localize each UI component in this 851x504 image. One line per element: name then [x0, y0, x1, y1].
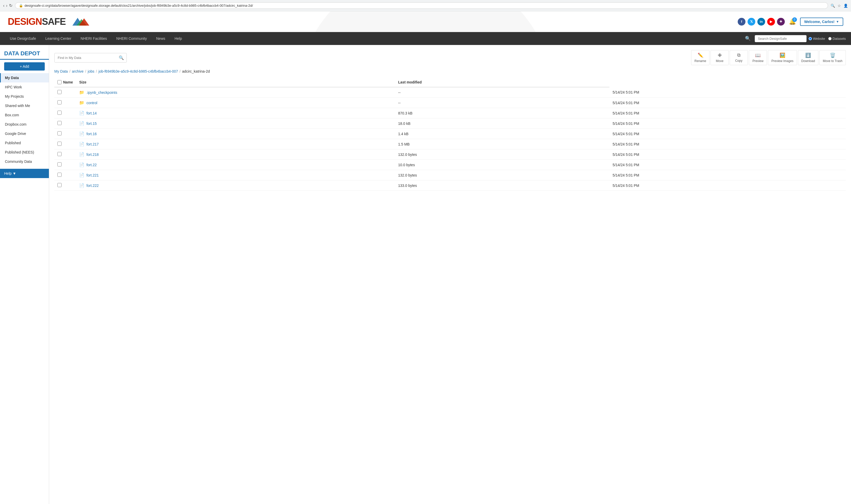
- browser-search-icon[interactable]: 🔍: [831, 4, 835, 8]
- file-name-cell: 📄fort.217: [76, 139, 395, 149]
- sidebar-item-community-data[interactable]: Community Data: [0, 157, 49, 166]
- nav-nheri-facilities[interactable]: NHERI Facilities: [76, 33, 112, 44]
- breadcrumb-jobs[interactable]: jobs: [88, 69, 94, 73]
- sidebar-item-my-data[interactable]: My Data: [0, 73, 49, 83]
- breadcrumb-sep-3: /: [96, 69, 97, 73]
- add-button[interactable]: + Add: [4, 62, 45, 71]
- nav-search: 🔍 Website Datasets: [743, 34, 846, 43]
- table-header-modified: Last modified: [395, 77, 609, 87]
- file-name-link[interactable]: fort.22: [86, 163, 97, 167]
- breadcrumb: My Data / archive / jobs / job-f6949b3e-…: [54, 69, 846, 73]
- site-logo[interactable]: DESIGNSAFE: [8, 16, 66, 27]
- twitter-icon[interactable]: 𝕏: [748, 18, 755, 25]
- sidebar-item-published[interactable]: Published: [0, 138, 49, 148]
- welcome-button[interactable]: Welcome, Carlos! ▼: [800, 18, 843, 26]
- file-name-link[interactable]: .ipynb_checkpoints: [86, 90, 117, 95]
- youtube-icon[interactable]: ▶: [767, 18, 775, 25]
- file-name-link[interactable]: fort.217: [86, 142, 99, 146]
- site-header: DESIGNSAFE f 𝕏 in ▶ ✦ 🔔 0 Welcome, Carlo…: [0, 11, 851, 32]
- find-in-my-data-input[interactable]: [55, 54, 116, 62]
- find-search-btn[interactable]: 🔍: [116, 53, 126, 62]
- breadcrumb-archive[interactable]: archive: [72, 69, 84, 73]
- file-name-link[interactable]: fort.221: [86, 173, 99, 177]
- linkedin-icon[interactable]: in: [757, 18, 765, 25]
- row-checkbox-6[interactable]: [57, 152, 62, 156]
- browser-profile-icon[interactable]: 👤: [844, 4, 848, 8]
- row-checkbox-7[interactable]: [57, 162, 62, 166]
- file-name-link[interactable]: fort.14: [86, 111, 97, 115]
- preview-images-btn[interactable]: 🖼️ Preview Images: [768, 50, 797, 65]
- sidebar-item-dropbox[interactable]: Dropbox.com: [0, 120, 49, 129]
- notification-btn[interactable]: 🔔 0: [789, 18, 796, 25]
- select-all-checkbox[interactable]: [57, 80, 62, 84]
- nav-search-icon[interactable]: 🔍: [743, 34, 753, 43]
- sidebar-help-btn[interactable]: Help ▼: [0, 169, 49, 178]
- nav-search-input[interactable]: [755, 35, 806, 42]
- rename-btn[interactable]: ✏️ Rename: [691, 50, 710, 65]
- row-checkbox-cell: [54, 119, 76, 129]
- social-icons: f 𝕏 in ▶ ✦: [738, 18, 785, 25]
- radio-datasets[interactable]: Datasets: [828, 37, 846, 40]
- file-size-cell: 132.0 bytes: [395, 149, 609, 160]
- file-modified-cell: 5/14/24 5:01 PM: [609, 149, 846, 160]
- row-checkbox-2[interactable]: [57, 111, 62, 115]
- browser-star-icon[interactable]: ☆: [837, 4, 841, 8]
- file-modified-cell: 5/14/24 5:01 PM: [609, 87, 846, 98]
- file-name-link[interactable]: fort.222: [86, 183, 99, 188]
- toolbar: 🔍 ✏️ Rename ✙ Move ⧉ Copy 📖 Previe: [54, 50, 846, 65]
- preview-label: Preview: [752, 59, 764, 63]
- folder-icon: 📁: [79, 90, 84, 95]
- row-checkbox-4[interactable]: [57, 131, 62, 136]
- breadcrumb-current: adcirc_katrina-2d: [182, 69, 210, 73]
- sidebar-item-google-drive[interactable]: Google Drive: [0, 129, 49, 138]
- nav-news[interactable]: News: [152, 33, 170, 44]
- url-bar[interactable]: 🔒 designsafe-ci.org/data/browser/agave/d…: [15, 2, 828, 9]
- file-name-link[interactable]: fort.16: [86, 132, 97, 136]
- row-checkbox-9[interactable]: [57, 183, 62, 187]
- browser-bar: ‹ › ↻ 🔒 designsafe-ci.org/data/browser/a…: [0, 0, 851, 11]
- row-checkbox-3[interactable]: [57, 121, 62, 125]
- sidebar-item-hpc-work[interactable]: HPC Work: [0, 83, 49, 92]
- sidebar-item-my-projects[interactable]: My Projects: [0, 92, 49, 101]
- move-btn[interactable]: ✙ Move: [711, 50, 729, 65]
- table-row: 📄fort.1518.0 kB5/14/24 5:01 PM: [54, 119, 846, 129]
- breadcrumb-job-id[interactable]: job-f6949b3e-a5c9-4c8d-b985-c4bfb4baccb4…: [99, 69, 178, 73]
- row-checkbox-1[interactable]: [57, 100, 62, 104]
- copy-btn[interactable]: ⧉ Copy: [730, 50, 748, 65]
- logo-icon: [70, 15, 90, 28]
- file-name-link[interactable]: fort.15: [86, 122, 97, 126]
- rename-label: Rename: [695, 59, 706, 63]
- breadcrumb-my-data[interactable]: My Data: [54, 69, 68, 73]
- table-row: 📄fort.221132.0 bytes5/14/24 5:01 PM: [54, 170, 846, 180]
- search-radio-group: Website Datasets: [809, 37, 846, 40]
- file-name-cell: 📄fort.222: [76, 180, 395, 191]
- forward-btn[interactable]: ›: [6, 3, 7, 8]
- radio-website[interactable]: Website: [809, 37, 825, 40]
- move-icon: ✙: [718, 52, 722, 58]
- nav-use-designsafe[interactable]: Use DesignSafe: [5, 33, 40, 44]
- sidebar-item-box[interactable]: Box.com: [0, 110, 49, 120]
- row-checkbox-8[interactable]: [57, 173, 62, 177]
- sidebar-item-shared-with-me[interactable]: Shared with Me: [0, 101, 49, 110]
- download-btn[interactable]: ⬇️ Download: [798, 50, 818, 65]
- nav-help[interactable]: Help: [170, 33, 187, 44]
- sidebar-item-published-nees[interactable]: Published (NEES): [0, 148, 49, 157]
- table-row: 📄fort.218132.0 bytes5/14/24 5:01 PM: [54, 149, 846, 160]
- facebook-icon[interactable]: f: [738, 18, 745, 25]
- nav-learning-center[interactable]: Learning Center: [40, 33, 76, 44]
- nav-nheri-community[interactable]: NHERI Community: [111, 33, 151, 44]
- back-btn[interactable]: ‹: [3, 3, 4, 8]
- preview-btn[interactable]: 📖 Preview: [749, 50, 767, 65]
- file-name-link[interactable]: control: [86, 101, 97, 105]
- slack-icon[interactable]: ✦: [777, 18, 785, 25]
- file-name-link[interactable]: fort.218: [86, 152, 99, 157]
- row-checkbox-cell: [54, 139, 76, 149]
- table-header-checkbox: Name: [54, 77, 76, 87]
- move-to-trash-btn[interactable]: 🗑️ Move to Trash: [819, 50, 846, 65]
- row-checkbox-0[interactable]: [57, 90, 62, 94]
- row-checkbox-5[interactable]: [57, 142, 62, 146]
- file-size-cell: 132.0 bytes: [395, 170, 609, 180]
- reload-btn[interactable]: ↻: [9, 3, 13, 8]
- file-name-cell: 📄fort.218: [76, 149, 395, 160]
- table-row: 📄fort.2210.0 bytes5/14/24 5:01 PM: [54, 160, 846, 170]
